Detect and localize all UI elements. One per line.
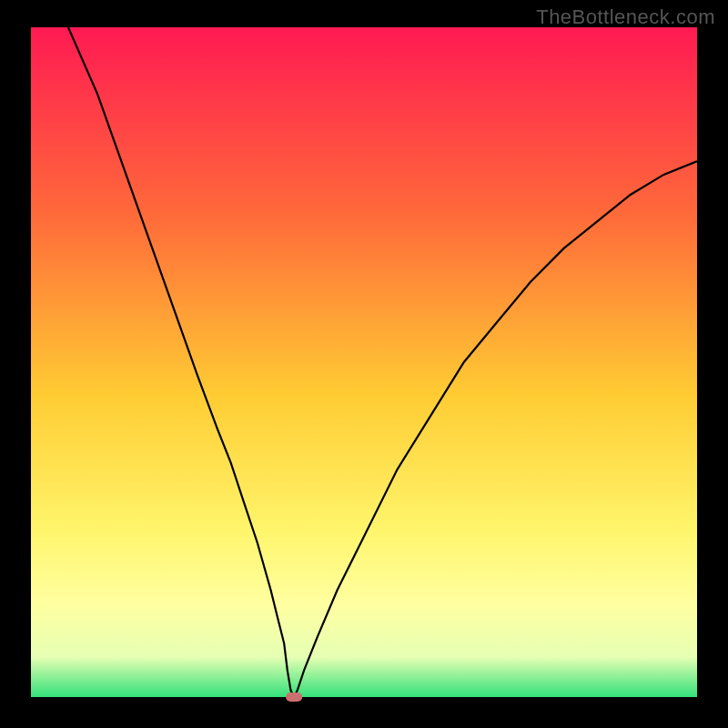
watermark-text: TheBottleneck.com (536, 5, 715, 29)
optimal-marker (286, 693, 302, 702)
chart-frame: TheBottleneck.com (0, 0, 728, 728)
bottleneck-chart (0, 0, 728, 728)
gradient-background (31, 27, 697, 697)
